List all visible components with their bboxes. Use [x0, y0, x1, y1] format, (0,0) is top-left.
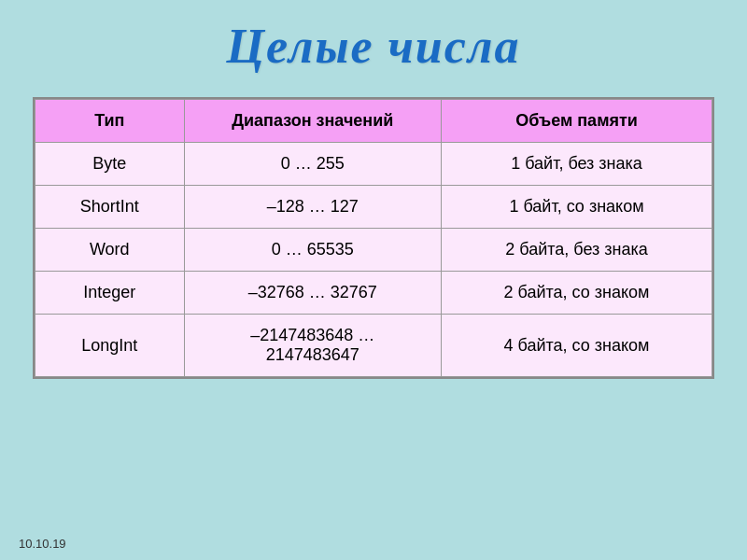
page-title: Целые числа [226, 19, 520, 74]
cell-range: 0 … 255 [184, 143, 442, 186]
table-row: Integer–32768 … 327672 байта, со знаком [35, 272, 712, 315]
table-row: LongInt–2147483648 …21474836474 байта, с… [35, 315, 712, 377]
cell-memory: 4 байта, со знаком [442, 315, 712, 377]
table-row: Byte0 … 2551 байт, без знака [35, 143, 712, 186]
col-header-memory: Объем памяти [442, 100, 712, 143]
cell-memory: 1 байт, со знаком [442, 186, 712, 229]
col-header-range: Диапазон значений [184, 100, 442, 143]
cell-memory: 1 байт, без знака [442, 143, 712, 186]
date-stamp: 10.10.19 [19, 537, 66, 551]
page-container: Целые числа Тип Диапазон значений Объем … [0, 0, 747, 560]
cell-type: Byte [35, 143, 185, 186]
cell-type: Integer [35, 272, 185, 315]
cell-type: Word [35, 229, 185, 272]
integer-types-table: Тип Диапазон значений Объем памяти Byte0… [35, 99, 712, 377]
table-header-row: Тип Диапазон значений Объем памяти [35, 100, 712, 143]
cell-memory: 2 байта, без знака [442, 229, 712, 272]
cell-type: ShortInt [35, 186, 185, 229]
cell-range: –128 … 127 [184, 186, 442, 229]
cell-memory: 2 байта, со знаком [442, 272, 712, 315]
table-row: Word0 … 655352 байта, без знака [35, 229, 712, 272]
cell-range: –2147483648 …2147483647 [184, 315, 442, 377]
table-row: ShortInt–128 … 1271 байт, со знаком [35, 186, 712, 229]
cell-range: 0 … 65535 [184, 229, 442, 272]
cell-type: LongInt [35, 315, 185, 377]
cell-range: –32768 … 32767 [184, 272, 442, 315]
data-table-wrapper: Тип Диапазон значений Объем памяти Byte0… [33, 97, 714, 379]
col-header-type: Тип [35, 100, 185, 143]
